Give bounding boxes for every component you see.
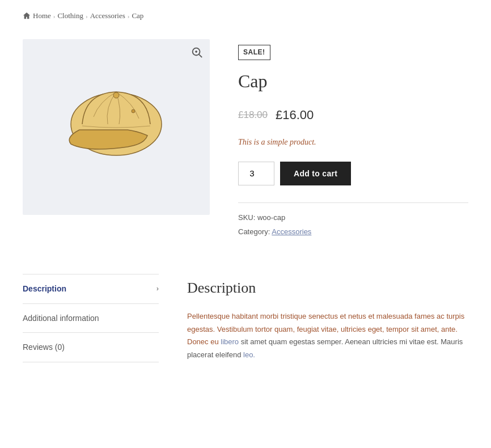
add-to-cart-button[interactable]: Add to cart bbox=[280, 162, 351, 185]
tab-description-label: Description bbox=[23, 282, 66, 295]
breadcrumb: Home › Clothing › Accessories › Cap bbox=[23, 7, 468, 22]
sku-row: SKU: woo-cap bbox=[238, 212, 468, 224]
sku-value: woo-cap bbox=[257, 213, 285, 222]
product-short-description: This is a simple product. bbox=[238, 136, 468, 149]
category-label: Category: bbox=[238, 227, 270, 236]
category-row: Category: Accessories bbox=[238, 226, 468, 238]
breadcrumb-home[interactable]: Home bbox=[33, 10, 51, 22]
tabs-nav: Description › Additional information Rev… bbox=[23, 274, 159, 362]
product-image bbox=[54, 70, 179, 184]
description-text-3: libero bbox=[221, 337, 239, 346]
breadcrumb-sep-3: › bbox=[128, 11, 130, 22]
breadcrumb-sep-1: › bbox=[53, 11, 56, 22]
tab-reviews[interactable]: Reviews (0) bbox=[23, 333, 159, 362]
tab-content-title: Description bbox=[187, 276, 468, 300]
product-area: SALE! Cap £18.00 £16.00 This is a simple… bbox=[23, 39, 468, 240]
tab-description[interactable]: Description › bbox=[23, 274, 159, 303]
description-text-5: leo. bbox=[243, 350, 255, 359]
chevron-right-icon: › bbox=[156, 283, 159, 295]
sku-label: SKU: bbox=[238, 213, 255, 222]
page-wrapper: Home › Clothing › Accessories › Cap bbox=[0, 0, 491, 385]
quantity-input[interactable] bbox=[238, 162, 274, 185]
tab-additional-info[interactable]: Additional information bbox=[23, 304, 159, 333]
breadcrumb-clothing[interactable]: Clothing bbox=[57, 10, 83, 22]
price-old: £18.00 bbox=[238, 107, 268, 122]
category-link[interactable]: Accessories bbox=[272, 227, 311, 236]
svg-point-5 bbox=[113, 92, 119, 98]
zoom-icon[interactable] bbox=[191, 46, 203, 58]
tab-content-area: Description Pellentesque habitant morbi … bbox=[187, 274, 468, 362]
price-new: £16.00 bbox=[276, 105, 314, 125]
tab-reviews-label: Reviews (0) bbox=[23, 341, 65, 353]
breadcrumb-sep-2: › bbox=[86, 11, 88, 22]
svg-line-1 bbox=[199, 54, 202, 57]
product-details: SALE! Cap £18.00 £16.00 This is a simple… bbox=[238, 39, 468, 240]
price-wrap: £18.00 £16.00 bbox=[238, 105, 468, 125]
sale-badge: SALE! bbox=[238, 45, 270, 60]
product-title: Cap bbox=[238, 67, 468, 96]
home-icon bbox=[23, 12, 31, 20]
tabs-section: Description › Additional information Rev… bbox=[23, 274, 468, 362]
product-image-container bbox=[23, 39, 210, 215]
breadcrumb-current: Cap bbox=[132, 10, 143, 22]
breadcrumb-accessories[interactable]: Accessories bbox=[90, 10, 125, 22]
product-meta: SKU: woo-cap Category: Accessories bbox=[238, 202, 468, 238]
tab-content-body: Pellentesque habitant morbi tristique se… bbox=[187, 310, 468, 362]
cart-row: Add to cart bbox=[238, 162, 468, 185]
tab-additional-info-label: Additional information bbox=[23, 312, 99, 324]
svg-point-6 bbox=[132, 109, 135, 113]
